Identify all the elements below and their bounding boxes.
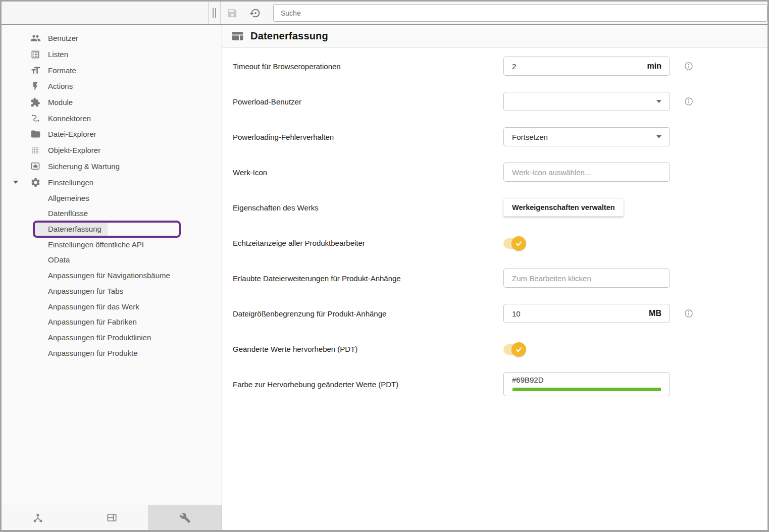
fehlerverhalten-select[interactable]: Fortsetzen <box>503 127 670 146</box>
restore-icon <box>250 8 261 19</box>
sidebar-splitter-handle[interactable] <box>208 2 221 24</box>
sidebar-subitem-anpassungen-tabs[interactable]: Anpassungen für Tabs <box>2 283 222 299</box>
caret-down-icon <box>656 135 661 138</box>
sidebar-subitem-anpassungen-produktlinien[interactable]: Anpassungen für Produktlinien <box>2 330 222 345</box>
info-icon[interactable] <box>684 97 693 106</box>
sidebar-item-label: Objekt-Explorer <box>2 146 100 154</box>
select-value: Fortsetzen <box>512 133 548 141</box>
sidebar-subitem-label: Anpassungen für Produktlinien <box>2 333 151 342</box>
werk-icon-field <box>503 163 670 182</box>
splitter-icon <box>213 8 216 18</box>
users-icon <box>29 32 41 44</box>
sidebar-item-objekt-explorer[interactable]: Objekt-Explorer <box>2 142 222 158</box>
dateierweiterungen-input[interactable] <box>512 274 661 283</box>
tab-hierarchy[interactable] <box>2 505 75 530</box>
connector-icon <box>29 112 41 124</box>
folder-icon <box>29 128 41 140</box>
bolt-icon <box>29 80 41 92</box>
field-label-werte-hervorheben: Geänderte Werte hervorheben (PDT) <box>233 345 503 353</box>
sidebar-subitem-datenerfassung[interactable]: Datenerfassung <box>2 221 222 237</box>
sidebar-subitem-einstellungen-oeffentliche-api[interactable]: Einstellungen öffentliche API <box>2 237 222 252</box>
field-label-dateigroesse: Dateigrößenbegrenzung für Produkt-Anhäng… <box>233 309 503 318</box>
sidebar-subitem-label: Einstellungen öffentliche API <box>2 240 144 249</box>
sidebar-item-label: Sicherung & Wartung <box>2 162 120 171</box>
field-label-fehlerverhalten: Powerloading-Fehlerverhalten <box>233 133 503 141</box>
page-title: Datenerfassung <box>250 30 328 42</box>
field-label-werk-icon: Werk-Icon <box>233 168 503 177</box>
sidebar-subitem-label: Datenflüsse <box>2 209 88 218</box>
sidebar-subitem-anpassungen-fabriken[interactable]: Anpassungen für Fabriken <box>2 314 222 330</box>
gear-icon <box>29 176 41 188</box>
caret-down-icon <box>656 100 661 103</box>
sidebar-subitem-label: Anpassungen für das Werk <box>2 302 139 311</box>
sidebar-item-label: Datei-Explorer <box>2 130 96 138</box>
sidebar-item-actions[interactable]: Actions <box>2 78 222 94</box>
color-swatch-bar <box>512 388 661 391</box>
sidebar-item-einstellungen[interactable]: Einstellungen <box>2 174 222 190</box>
sidebar-subitem-label: OData <box>2 255 70 264</box>
sidebar-subitem-label: Allgemeines <box>2 194 89 202</box>
sidebar-item-module[interactable]: Module <box>2 94 222 111</box>
form-row: Timeout für Browseroperationen min <box>233 48 767 84</box>
format-size-icon <box>29 64 41 76</box>
sidebar-item-datei-explorer[interactable]: Datei-Explorer <box>2 126 222 142</box>
werte-hervorheben-toggle[interactable] <box>503 344 524 355</box>
sidebar-subitem-odata[interactable]: OData <box>2 252 222 268</box>
dot-grid-icon <box>29 144 41 156</box>
field-label-dateierweiterungen: Erlaubte Dateierweiterungen für Produkt-… <box>233 274 503 283</box>
sidebar-item-listen[interactable]: Listen <box>2 46 222 63</box>
timeout-input[interactable] <box>512 62 643 71</box>
app-window: Benutzer Listen Formate <box>0 0 769 532</box>
dateigroesse-input[interactable] <box>512 309 645 318</box>
timeout-field: min <box>503 57 670 76</box>
sidebar-subitem-anpassungen-werk[interactable]: Anpassungen für das Werk <box>2 299 222 314</box>
sidebar: Benutzer Listen Formate <box>2 25 222 530</box>
echtzeitanzeige-toggle[interactable] <box>503 238 524 249</box>
sidebar-subitem-anpassungen-produkte[interactable]: Anpassungen für Produkte <box>2 345 222 361</box>
tab-layout[interactable] <box>75 505 148 530</box>
sidebar-subitem-allgemeines[interactable]: Allgemeines <box>2 190 222 206</box>
field-label-eigenschaften: Eigenschaften des Werks <box>233 203 503 212</box>
field-label-echtzeitanzeige: Echtzeitanzeige aller Produktbearbeiter <box>233 239 503 247</box>
sidebar-subitem-label: Anpassungen für Produkte <box>2 349 138 357</box>
save-button[interactable] <box>226 7 238 19</box>
tab-settings-wrench[interactable] <box>148 505 222 530</box>
highlight-color-field[interactable]: #69B92D <box>503 372 670 396</box>
form-row: Powerload-Benutzer <box>233 84 767 119</box>
werk-icon-input[interactable] <box>512 168 661 177</box>
wrench-icon <box>180 512 191 523</box>
sidebar-subitem-anpassungen-navigationsbaeume[interactable]: Anpassungen für Navigationsbäume <box>2 268 222 283</box>
settings-form: Timeout für Browseroperationen min <box>222 48 767 402</box>
bottom-tab-bar <box>2 505 222 530</box>
color-value: #69B92D <box>512 376 661 384</box>
toolbar-left-spacer <box>2 2 208 24</box>
form-row: Werk-Icon <box>233 154 767 190</box>
search-input[interactable] <box>281 9 760 17</box>
field-label-timeout: Timeout für Browseroperationen <box>233 62 503 71</box>
form-row: Dateigrößenbegrenzung für Produkt-Anhäng… <box>233 296 767 331</box>
restore-button[interactable] <box>249 7 262 19</box>
sidebar-item-formate[interactable]: Formate <box>2 62 222 78</box>
sidebar-item-benutzer[interactable]: Benutzer <box>2 30 222 46</box>
form-row: Eigenschaften des Werks Werkeigenschafte… <box>233 190 767 225</box>
info-icon[interactable] <box>684 309 693 318</box>
puzzle-icon <box>29 96 41 109</box>
sidebar-subitem-label: Anpassungen für Fabriken <box>2 317 137 326</box>
form-row: Erlaubte Dateierweiterungen für Produkt-… <box>233 260 767 296</box>
page-icon <box>231 31 244 41</box>
werkeigenschaften-verwalten-button[interactable]: Werkeigenschaften verwalten <box>503 199 624 217</box>
info-icon[interactable] <box>684 62 693 71</box>
sidebar-subitem-datenfluesse[interactable]: Datenflüsse <box>2 206 222 222</box>
layout-icon <box>106 512 118 523</box>
form-row: Geänderte Werte hervorheben (PDT) <box>233 331 767 366</box>
chevron-down-icon[interactable] <box>13 181 18 184</box>
search-field[interactable] <box>273 4 767 22</box>
dateierweiterungen-field <box>503 269 670 288</box>
form-row: Echtzeitanzeige aller Produktbearbeiter <box>233 225 767 260</box>
sidebar-item-konnektoren[interactable]: Konnektoren <box>2 110 222 126</box>
hierarchy-icon <box>32 512 43 523</box>
sidebar-item-sicherung-wartung[interactable]: Sicherung & Wartung <box>2 158 222 175</box>
sidebar-item-label: Konnektoren <box>2 114 91 123</box>
field-label-powerload-benutzer: Powerload-Benutzer <box>233 97 503 106</box>
powerload-benutzer-select[interactable] <box>503 92 670 111</box>
